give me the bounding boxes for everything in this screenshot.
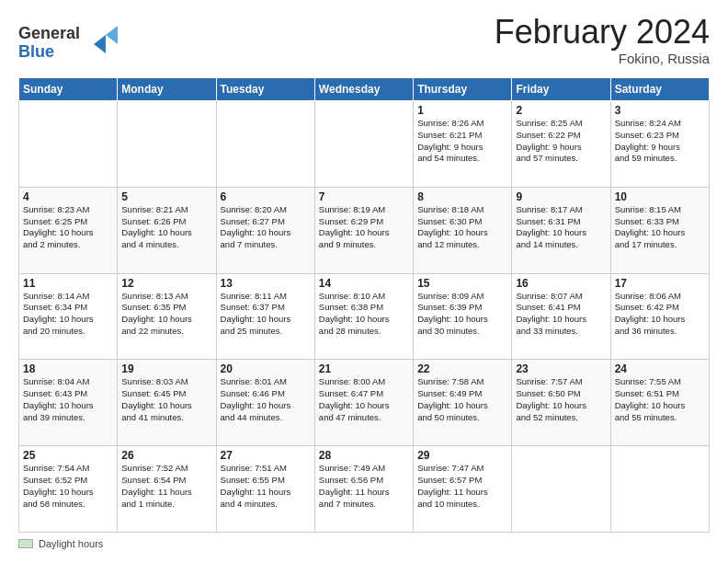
calendar-cell: 6Sunrise: 8:20 AM Sunset: 6:27 PM Daylig… (216, 187, 314, 273)
calendar-cell: 5Sunrise: 8:21 AM Sunset: 6:26 PM Daylig… (118, 187, 216, 273)
day-info: Sunrise: 8:14 AM Sunset: 6:34 PM Dayligh… (23, 291, 113, 338)
day-number: 9 (516, 190, 606, 203)
calendar-cell: 17Sunrise: 8:06 AM Sunset: 6:42 PM Dayli… (610, 273, 709, 360)
day-info: Sunrise: 8:09 AM Sunset: 6:39 PM Dayligh… (417, 291, 507, 338)
day-info: Sunrise: 7:51 AM Sunset: 6:55 PM Dayligh… (221, 463, 311, 510)
calendar-cell (314, 101, 413, 188)
day-header-saturday: Saturday (610, 78, 709, 101)
day-number: 26 (121, 449, 211, 462)
calendar-cell: 22Sunrise: 7:58 AM Sunset: 6:49 PM Dayli… (414, 360, 512, 446)
day-number: 19 (121, 362, 211, 375)
calendar-cell: 14Sunrise: 8:10 AM Sunset: 6:38 PM Dayli… (314, 273, 413, 360)
calendar-cell: 16Sunrise: 8:07 AM Sunset: 6:41 PM Dayli… (512, 273, 610, 360)
svg-marker-2 (94, 35, 106, 53)
calendar-cell (118, 101, 216, 188)
calendar-cell (216, 101, 314, 188)
day-header-tuesday: Tuesday (216, 78, 314, 101)
calendar-cell: 27Sunrise: 7:51 AM Sunset: 6:55 PM Dayli… (216, 446, 314, 533)
calendar-cell: 10Sunrise: 8:15 AM Sunset: 6:33 PM Dayli… (610, 187, 709, 273)
calendar-cell: 21Sunrise: 8:00 AM Sunset: 6:47 PM Dayli… (314, 360, 413, 446)
day-header-sunday: Sunday (19, 78, 118, 101)
calendar-week-row: 1Sunrise: 8:26 AM Sunset: 6:21 PM Daylig… (19, 101, 710, 188)
day-info: Sunrise: 7:52 AM Sunset: 6:54 PM Dayligh… (121, 463, 211, 510)
day-info: Sunrise: 7:47 AM Sunset: 6:57 PM Dayligh… (417, 463, 507, 510)
calendar-cell: 20Sunrise: 8:01 AM Sunset: 6:46 PM Dayli… (216, 360, 314, 446)
day-number: 2 (516, 104, 606, 117)
calendar-cell: 25Sunrise: 7:54 AM Sunset: 6:52 PM Dayli… (19, 446, 118, 533)
day-number: 28 (319, 449, 409, 462)
calendar-cell: 28Sunrise: 7:49 AM Sunset: 6:56 PM Dayli… (314, 446, 413, 533)
calendar-cell: 4Sunrise: 8:23 AM Sunset: 6:25 PM Daylig… (19, 187, 118, 273)
day-info: Sunrise: 7:49 AM Sunset: 6:56 PM Dayligh… (319, 463, 409, 510)
legend: Daylight hours (18, 538, 103, 549)
calendar-cell: 3Sunrise: 8:24 AM Sunset: 6:23 PM Daylig… (610, 101, 709, 188)
day-number: 24 (615, 362, 705, 375)
day-number: 7 (319, 190, 409, 203)
legend-color-box (18, 539, 33, 548)
day-number: 29 (417, 449, 507, 462)
day-number: 10 (615, 190, 705, 203)
day-number: 15 (417, 277, 507, 290)
day-number: 11 (23, 277, 113, 290)
day-info: Sunrise: 8:21 AM Sunset: 6:26 PM Dayligh… (121, 204, 211, 251)
day-info: Sunrise: 8:18 AM Sunset: 6:30 PM Dayligh… (417, 204, 507, 251)
day-number: 1 (417, 104, 507, 117)
main-title: February 2024 (495, 14, 710, 51)
day-header-wednesday: Wednesday (314, 78, 413, 101)
calendar-cell: 24Sunrise: 7:55 AM Sunset: 6:51 PM Dayli… (610, 360, 709, 446)
calendar-cell: 9Sunrise: 8:17 AM Sunset: 6:31 PM Daylig… (512, 187, 610, 273)
calendar-cell: 18Sunrise: 8:04 AM Sunset: 6:43 PM Dayli… (19, 360, 118, 446)
calendar-cell: 26Sunrise: 7:52 AM Sunset: 6:54 PM Dayli… (118, 446, 216, 533)
day-number: 5 (121, 190, 211, 203)
day-info: Sunrise: 8:17 AM Sunset: 6:31 PM Dayligh… (516, 204, 606, 251)
day-number: 17 (615, 277, 705, 290)
svg-text:General: General (18, 24, 80, 42)
svg-text:Blue: Blue (18, 42, 54, 61)
day-number: 20 (221, 362, 311, 375)
calendar-cell: 7Sunrise: 8:19 AM Sunset: 6:29 PM Daylig… (314, 187, 413, 273)
day-number: 22 (417, 362, 507, 375)
subtitle: Fokino, Russia (495, 51, 710, 66)
day-number: 8 (417, 190, 507, 203)
day-info: Sunrise: 8:03 AM Sunset: 6:45 PM Dayligh… (121, 376, 211, 423)
day-header-monday: Monday (118, 78, 216, 101)
day-number: 4 (23, 190, 113, 203)
calendar-cell: 1Sunrise: 8:26 AM Sunset: 6:21 PM Daylig… (414, 101, 512, 188)
calendar-cell: 2Sunrise: 8:25 AM Sunset: 6:22 PM Daylig… (512, 101, 610, 188)
day-info: Sunrise: 7:57 AM Sunset: 6:50 PM Dayligh… (516, 376, 606, 423)
calendar-cell: 13Sunrise: 8:11 AM Sunset: 6:37 PM Dayli… (216, 273, 314, 360)
day-number: 18 (23, 362, 113, 375)
day-number: 23 (516, 362, 606, 375)
day-info: Sunrise: 8:07 AM Sunset: 6:41 PM Dayligh… (516, 291, 606, 338)
day-info: Sunrise: 8:15 AM Sunset: 6:33 PM Dayligh… (615, 204, 705, 251)
day-number: 6 (221, 190, 311, 203)
calendar-week-row: 25Sunrise: 7:54 AM Sunset: 6:52 PM Dayli… (19, 446, 710, 533)
calendar-header-row: SundayMondayTuesdayWednesdayThursdayFrid… (19, 78, 710, 101)
header: General Blue February 2024 Fokino, Russi… (18, 14, 710, 68)
day-info: Sunrise: 8:10 AM Sunset: 6:38 PM Dayligh… (319, 291, 409, 338)
page: General Blue February 2024 Fokino, Russi… (0, 0, 728, 563)
day-info: Sunrise: 8:01 AM Sunset: 6:46 PM Dayligh… (221, 376, 311, 423)
day-number: 16 (516, 277, 606, 290)
calendar-cell: 8Sunrise: 8:18 AM Sunset: 6:30 PM Daylig… (414, 187, 512, 273)
calendar-cell: 19Sunrise: 8:03 AM Sunset: 6:45 PM Dayli… (118, 360, 216, 446)
day-info: Sunrise: 8:11 AM Sunset: 6:37 PM Dayligh… (221, 291, 311, 338)
logo-text: General Blue (18, 18, 119, 68)
day-number: 25 (23, 449, 113, 462)
day-header-thursday: Thursday (414, 78, 512, 101)
calendar-cell (512, 446, 610, 533)
calendar-cell: 11Sunrise: 8:14 AM Sunset: 6:34 PM Dayli… (19, 273, 118, 360)
day-info: Sunrise: 7:55 AM Sunset: 6:51 PM Dayligh… (615, 376, 705, 423)
day-info: Sunrise: 8:13 AM Sunset: 6:35 PM Dayligh… (121, 291, 211, 338)
calendar-week-row: 18Sunrise: 8:04 AM Sunset: 6:43 PM Dayli… (19, 360, 710, 446)
day-info: Sunrise: 8:24 AM Sunset: 6:23 PM Dayligh… (615, 118, 705, 165)
calendar-cell (19, 101, 118, 188)
legend-label: Daylight hours (39, 538, 103, 549)
footer: Daylight hours (18, 538, 710, 549)
calendar-cell: 12Sunrise: 8:13 AM Sunset: 6:35 PM Dayli… (118, 273, 216, 360)
day-number: 3 (615, 104, 705, 117)
day-info: Sunrise: 8:19 AM Sunset: 6:29 PM Dayligh… (319, 204, 409, 251)
day-info: Sunrise: 8:04 AM Sunset: 6:43 PM Dayligh… (23, 376, 113, 423)
day-number: 13 (221, 277, 311, 290)
day-info: Sunrise: 7:54 AM Sunset: 6:52 PM Dayligh… (23, 463, 113, 510)
